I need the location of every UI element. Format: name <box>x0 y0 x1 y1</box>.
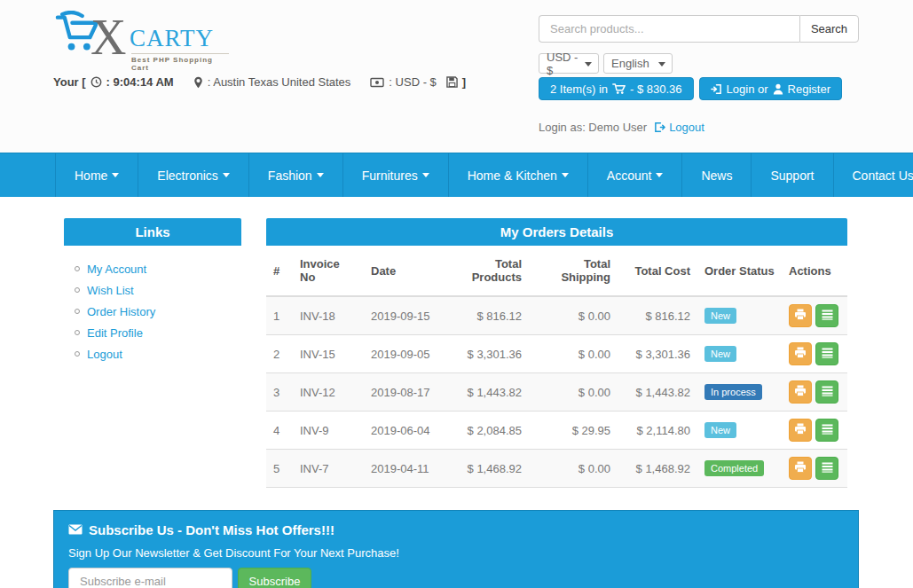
order-cost: $ 3,301.36 <box>618 335 697 373</box>
order-details-button[interactable] <box>815 342 838 365</box>
print-invoice-button[interactable] <box>789 342 812 365</box>
sidebar-item-edit-profile[interactable]: Edit Profile <box>75 322 241 343</box>
user-currency: : USD - $ <box>389 75 436 89</box>
nav-item-fashion[interactable]: Fashion <box>249 153 343 197</box>
nav-label: Contact Us <box>853 169 913 183</box>
subscribe-form: Subscribe <box>68 568 311 588</box>
site-logo[interactable]: X CARTY Best PHP Shopping Cart <box>51 9 229 71</box>
login-label: Login or <box>727 82 768 96</box>
nav-label: News <box>701 169 732 183</box>
header-buttons: 2 Item(s) in - $ 830.36 Login or Registe… <box>539 77 842 100</box>
print-invoice-button[interactable] <box>789 304 812 327</box>
order-products: $ 3,301.36 <box>440 335 529 373</box>
login-status: Login as: Demo User Logout <box>539 121 704 134</box>
cart-icon <box>612 82 626 95</box>
user-time: : 9:04:14 AM <box>106 75 174 89</box>
bullet-icon <box>75 266 80 271</box>
order-num: 3 <box>266 373 293 412</box>
nav-item-furnitures[interactable]: Furnitures <box>343 153 449 197</box>
order-num: 5 <box>266 450 293 488</box>
search-input[interactable] <box>539 15 799 43</box>
user-info-bar: Your [ : 9:04:14 AM : Austin Texas Unite… <box>53 75 466 89</box>
list-icon <box>822 348 833 361</box>
nav-item-contact-us[interactable]: Contact Us <box>834 153 913 197</box>
user-info-prefix: Your [ <box>53 75 86 89</box>
order-details-button[interactable] <box>815 457 838 480</box>
currency-select[interactable]: USD - $ <box>539 53 599 74</box>
order-invoice: INV-9 <box>293 412 364 450</box>
sidebar-item-logout[interactable]: Logout <box>75 343 241 365</box>
printer-icon <box>794 347 807 361</box>
nav-item-support[interactable]: Support <box>752 153 833 197</box>
logout-icon <box>654 122 665 133</box>
nav-label: Account <box>607 169 652 183</box>
col-order-status: Order Status <box>697 246 782 296</box>
order-details-button[interactable] <box>815 419 838 442</box>
nav-item-home-kitchen[interactable]: Home & Kitchen <box>449 153 588 197</box>
col-total-shipping: Total Shipping <box>529 246 618 296</box>
login-icon <box>711 83 722 95</box>
print-invoice-button[interactable] <box>789 419 812 442</box>
order-date: 2019-04-11 <box>364 450 440 488</box>
sidebar-link[interactable]: My Account <box>87 263 146 276</box>
status-badge: New <box>704 422 736 438</box>
cart-button-total: - $ 830.36 <box>630 82 682 96</box>
order-date: 2019-08-17 <box>364 373 440 412</box>
order-shipping: $ 0.00 <box>529 296 618 335</box>
order-date: 2019-09-05 <box>364 335 440 373</box>
sidebar-item-my-account[interactable]: My Account <box>75 258 241 279</box>
caret-down-icon <box>658 62 665 67</box>
search-button[interactable]: Search <box>799 15 859 43</box>
save-icon[interactable] <box>446 76 458 88</box>
print-invoice-button[interactable] <box>789 457 812 480</box>
clock-icon <box>91 76 102 88</box>
orders-table: # Invoice No Date Total Products Total S… <box>266 246 847 488</box>
order-invoice: INV-18 <box>293 296 364 335</box>
nav-label: Electronics <box>157 169 217 183</box>
order-shipping: $ 29.95 <box>529 412 618 450</box>
nav-item-news[interactable]: News <box>682 153 752 197</box>
order-cost: $ 2,114.80 <box>618 412 697 450</box>
header: X CARTY Best PHP Shopping Cart Your [ : … <box>0 0 913 153</box>
caret-down-icon <box>223 173 230 177</box>
sidebar-links: My Account Wish List Order History Edit … <box>64 246 241 365</box>
subscribe-button[interactable]: Subscribe <box>238 568 311 588</box>
bullet-icon <box>75 309 80 314</box>
list-icon <box>822 386 833 399</box>
status-badge: In process <box>704 384 762 400</box>
order-row: 5 INV-7 2019-04-11 $ 1,468.92 $ 0.00 $ 1… <box>266 450 847 488</box>
subscribe-title-row: Subscribe Us - Don't Miss Hot Offers!!! <box>68 522 335 537</box>
col-date: Date <box>364 246 440 296</box>
sidebar-link[interactable]: Order History <box>87 305 155 318</box>
logout-link[interactable]: Logout <box>654 121 704 134</box>
order-details-button[interactable] <box>815 304 838 327</box>
sidebar-link[interactable]: Wish List <box>87 284 134 297</box>
sidebar-item-order-history[interactable]: Order History <box>75 301 241 322</box>
print-invoice-button[interactable] <box>789 380 812 404</box>
logo-name: CARTY <box>130 25 214 52</box>
register-label: Register <box>788 82 830 96</box>
order-details-button[interactable] <box>815 380 838 404</box>
nav-item-home[interactable]: Home <box>55 153 138 197</box>
sidebar-link[interactable]: Edit Profile <box>87 326 143 340</box>
page: X CARTY Best PHP Shopping Cart Your [ : … <box>0 0 913 588</box>
nav-item-electronics[interactable]: Electronics <box>138 153 248 197</box>
login-register-button[interactable]: Login or Register <box>699 77 842 100</box>
envelope-icon <box>68 522 83 537</box>
order-invoice: INV-15 <box>293 335 364 373</box>
nav-label: Furnitures <box>362 169 418 183</box>
order-invoice: INV-7 <box>293 450 364 488</box>
printer-icon <box>794 423 807 437</box>
caret-down-icon <box>422 173 429 177</box>
sidebar-item-wish-list[interactable]: Wish List <box>75 279 241 301</box>
caret-down-icon <box>317 173 324 177</box>
language-select[interactable]: English <box>603 53 673 74</box>
orders-title: My Orders Details <box>266 218 847 246</box>
col-num: # <box>266 246 293 296</box>
search-group: Search <box>539 15 859 43</box>
sidebar-link[interactable]: Logout <box>87 348 122 361</box>
cart-button[interactable]: 2 Item(s) in - $ 830.36 <box>539 77 694 100</box>
subscribe-email-input[interactable] <box>68 568 232 588</box>
nav-item-account[interactable]: Account <box>588 153 683 197</box>
money-icon <box>370 77 384 88</box>
